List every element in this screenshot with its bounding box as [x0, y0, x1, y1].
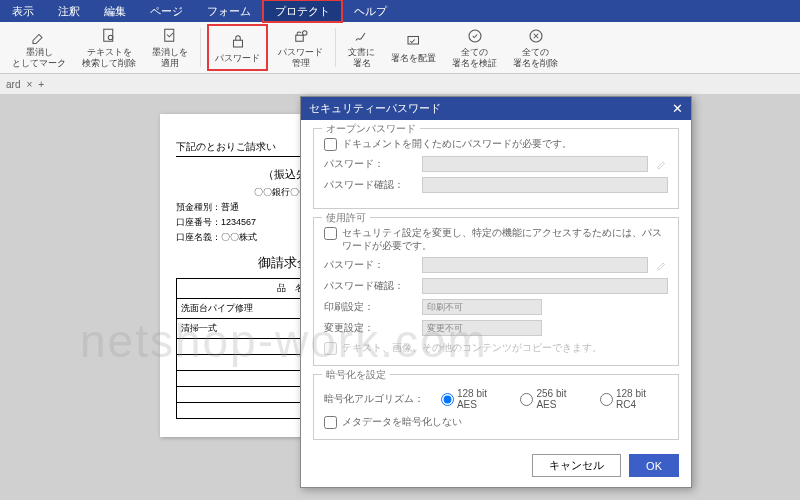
menu-form[interactable]: フォーム: [195, 0, 263, 22]
verify-icon: [465, 26, 485, 45]
algo-128aes[interactable]: 128 bit AES: [441, 388, 509, 410]
algo-radios: 128 bit AES 256 bit AES 128 bit RC4: [441, 388, 668, 410]
redact-mark-button[interactable]: 墨消しとしてマーク: [6, 24, 72, 71]
radio[interactable]: [441, 393, 454, 406]
svg-point-7: [469, 30, 481, 42]
menu-protect[interactable]: プロテクト: [263, 0, 342, 22]
checkbox[interactable]: [324, 138, 337, 151]
checkbox[interactable]: [324, 227, 337, 240]
copy-checkbox: テキスト、画像、その他のコンテンツがコピーできます。: [324, 341, 668, 355]
print-label: 印刷設定：: [324, 300, 414, 314]
edit-icon[interactable]: [656, 259, 668, 271]
open-pw2-input[interactable]: [422, 177, 668, 193]
menu-help[interactable]: ヘルプ: [342, 0, 399, 22]
svg-rect-2: [165, 29, 174, 41]
svg-rect-4: [295, 35, 303, 41]
redact-search-button[interactable]: テキストを検索して削除: [76, 24, 142, 71]
place-sign-button[interactable]: 署名を配置: [385, 24, 442, 71]
radio-label: 128 bit RC4: [616, 388, 668, 410]
chk-label: セキュリティ設定を変更し、特定の機能にアクセスするためには、パスワードが必要です…: [342, 226, 668, 252]
dialog-footer: キャンセル OK: [313, 448, 679, 477]
menu-page[interactable]: ページ: [138, 0, 195, 22]
document-tabbar: ard × +: [0, 74, 800, 94]
perm-pw2-label: パスワード確認：: [324, 279, 414, 293]
menubar: 表示 注釈 編集 ページ フォーム プロテクト ヘルプ: [0, 0, 800, 22]
rlabel: パスワード管理: [278, 47, 323, 69]
marker-icon: [29, 26, 49, 45]
search-doc-icon: [99, 26, 119, 45]
ribbon-divider: [200, 28, 201, 67]
ribbon-divider: [335, 28, 336, 67]
algo-256aes[interactable]: 256 bit AES: [520, 388, 588, 410]
ok-button[interactable]: OK: [629, 454, 679, 477]
rlabel: テキストを検索して削除: [82, 47, 136, 69]
open-require-checkbox[interactable]: ドキュメントを開くためにパスワードが必要です。: [324, 137, 668, 151]
dialog-title: セキュリティーパスワード: [309, 101, 441, 116]
encryption-group: 暗号化を設定 暗号化アルゴリズム： 128 bit AES 256 bit AE…: [313, 374, 679, 440]
doc-sign-button[interactable]: 文書に署名: [342, 24, 381, 71]
svg-rect-6: [408, 37, 419, 45]
dialog-titlebar[interactable]: セキュリティーパスワード ✕: [301, 97, 691, 120]
chk-label: テキスト、画像、その他のコンテンツがコピーできます。: [342, 341, 602, 354]
open-pw-input[interactable]: [422, 156, 648, 172]
redact-apply-button[interactable]: 墨消しを適用: [146, 24, 194, 71]
svg-point-5: [302, 30, 307, 35]
change-label: 変更設定：: [324, 321, 414, 335]
remove-all-button[interactable]: 全ての署名を削除: [507, 24, 564, 71]
perm-pw-input[interactable]: [422, 257, 648, 273]
verify-all-button[interactable]: 全ての署名を検証: [446, 24, 503, 71]
signature-icon: [352, 26, 372, 45]
open-password-group: オープンパスワード ドキュメントを開くためにパスワードが必要です。 パスワード：…: [313, 128, 679, 209]
legend: オープンパスワード: [322, 122, 420, 136]
remove-sign-icon: [526, 26, 546, 45]
password-manage-button[interactable]: パスワード管理: [272, 24, 329, 71]
tab-add-icon[interactable]: +: [38, 79, 44, 90]
lock-gear-icon: [291, 26, 311, 45]
change-select[interactable]: 変更不可: [422, 320, 542, 336]
open-pw-label: パスワード：: [324, 157, 414, 171]
rlabel: パスワード: [215, 53, 260, 64]
menu-edit[interactable]: 編集: [92, 0, 138, 22]
legend: 暗号化を設定: [322, 368, 390, 382]
meta-checkbox[interactable]: メタデータを暗号化しない: [324, 415, 668, 429]
chk-label: メタデータを暗号化しない: [342, 415, 462, 428]
menu-view[interactable]: 表示: [0, 0, 46, 22]
svg-rect-3: [233, 40, 242, 47]
radio-label: 128 bit AES: [457, 388, 509, 410]
radio[interactable]: [600, 393, 613, 406]
cancel-button[interactable]: キャンセル: [532, 454, 621, 477]
workspace: 下記のとおりご請求い （振込先） 〇〇銀行〇〇支店 預金種別：普通 口座番号：1…: [0, 94, 800, 500]
algo-128rc4[interactable]: 128 bit RC4: [600, 388, 668, 410]
dialog-body: オープンパスワード ドキュメントを開くためにパスワードが必要です。 パスワード：…: [301, 120, 691, 487]
rlabel: 署名を配置: [391, 53, 436, 64]
checkbox[interactable]: [324, 416, 337, 429]
rlabel: 文書に署名: [348, 47, 375, 69]
perm-require-checkbox[interactable]: セキュリティ設定を変更し、特定の機能にアクセスするためには、パスワードが必要です…: [324, 226, 668, 252]
place-sign-icon: [404, 31, 424, 51]
rlabel: 全ての署名を削除: [513, 47, 558, 69]
tab-close-icon[interactable]: ×: [26, 79, 32, 90]
menu-annot[interactable]: 注釈: [46, 0, 92, 22]
algo-label: 暗号化アルゴリズム：: [324, 392, 433, 406]
chk-label: ドキュメントを開くためにパスワードが必要です。: [342, 137, 572, 150]
radio-label: 256 bit AES: [536, 388, 588, 410]
security-password-dialog: セキュリティーパスワード ✕ オープンパスワード ドキュメントを開くためにパスワ…: [300, 96, 692, 488]
perm-pw2-input[interactable]: [422, 278, 668, 294]
rlabel: 墨消しとしてマーク: [12, 47, 66, 69]
tab-name[interactable]: ard: [6, 79, 20, 90]
print-select[interactable]: 印刷不可: [422, 299, 542, 315]
perm-pw-label: パスワード：: [324, 258, 414, 272]
rlabel: 全ての署名を検証: [452, 47, 497, 69]
ribbon: 墨消しとしてマーク テキストを検索して削除 墨消しを適用 パスワード パスワード…: [0, 22, 800, 74]
apply-icon: [160, 26, 180, 45]
rlabel: 墨消しを適用: [152, 47, 188, 69]
close-icon[interactable]: ✕: [672, 101, 683, 116]
password-button[interactable]: パスワード: [207, 24, 268, 71]
permission-group: 使用許可 セキュリティ設定を変更し、特定の機能にアクセスするためには、パスワード…: [313, 217, 679, 366]
lock-icon: [228, 31, 248, 51]
svg-point-1: [108, 35, 113, 40]
checkbox: [324, 342, 337, 355]
legend: 使用許可: [322, 211, 370, 225]
radio[interactable]: [520, 393, 533, 406]
edit-icon[interactable]: [656, 158, 668, 170]
